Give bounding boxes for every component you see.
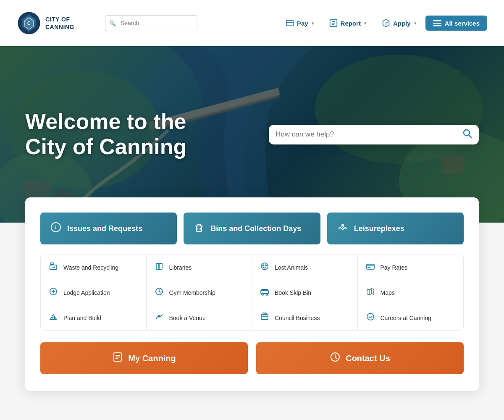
footer-strip	[0, 408, 504, 420]
maps-icon	[365, 287, 375, 298]
book-skip-bin-label: Book Skip Bin	[275, 289, 311, 296]
lost-animals-icon	[260, 262, 270, 273]
svg-text:C: C	[27, 21, 31, 26]
svg-line-18	[469, 135, 472, 138]
svg-point-35	[263, 265, 264, 266]
report-chevron-icon: ▾	[364, 21, 366, 26]
feature-tile-issues-requests[interactable]: i Issues and Requests	[40, 213, 177, 244]
report-icon	[329, 18, 338, 28]
svg-rect-2	[286, 21, 294, 26]
svg-text:i: i	[55, 224, 57, 231]
header: C CITY OF CANNING 🔍 Pay ▾ Report ▾	[0, 0, 504, 46]
service-item-council-business[interactable]: Council Business	[252, 305, 358, 330]
svg-point-43	[262, 294, 263, 295]
my-canning-icon	[112, 352, 123, 365]
svg-rect-32	[159, 263, 162, 269]
service-item-maps[interactable]: Maps	[358, 280, 464, 305]
waste-recycling-icon	[48, 262, 58, 273]
service-item-libraries[interactable]: Libraries	[147, 255, 252, 280]
council-business-label: Council Business	[275, 315, 320, 321]
maps-label: Maps	[381, 289, 395, 296]
plan-and-build-label: Plan and Build	[63, 315, 101, 321]
svg-rect-49	[261, 315, 268, 320]
svg-rect-39	[368, 267, 370, 268]
hero-title: Welcome to the City of Canning	[25, 109, 186, 160]
gym-membership-label: Gym Membership	[169, 289, 215, 296]
logo-text: CITY OF CANNING	[45, 16, 74, 31]
service-item-careers-at-canning[interactable]: Careers at Canning	[358, 305, 464, 330]
libraries-icon	[154, 262, 164, 273]
svg-rect-6	[433, 23, 441, 24]
header-search-container: 🔍	[105, 15, 197, 31]
contact-us-button[interactable]: Contact Us	[256, 342, 464, 374]
hero-search-button[interactable]	[463, 129, 472, 140]
hero-search-input[interactable]	[276, 130, 463, 139]
apply-icon	[381, 18, 391, 28]
service-item-book-skip-bin[interactable]: Book Skip Bin	[252, 280, 358, 305]
issues-requests-label: Issues and Requests	[67, 224, 142, 233]
all-services-button[interactable]: All services	[425, 16, 487, 31]
svg-rect-42	[261, 291, 268, 294]
leisureplexes-icon	[337, 222, 348, 235]
hamburger-icon	[433, 19, 441, 27]
all-services-label: All services	[445, 20, 480, 27]
gym-membership-icon	[154, 287, 164, 298]
svg-rect-26	[50, 263, 54, 265]
careers-at-canning-icon	[365, 312, 375, 323]
issues-requests-icon: i	[50, 222, 61, 235]
svg-point-17	[464, 130, 470, 136]
logo-icon: C	[17, 11, 41, 35]
header-search-icon: 🔍	[109, 20, 116, 26]
service-item-book-a-venue[interactable]: Book a Venue	[147, 305, 252, 330]
bins-collection-icon	[194, 222, 205, 235]
waste-recycling-label: Waste and Recycling	[63, 264, 118, 271]
libraries-label: Libraries	[169, 264, 192, 271]
svg-rect-7	[433, 25, 441, 26]
pay-rates-label: Pay Rates	[381, 264, 408, 271]
svg-rect-31	[156, 263, 159, 269]
feature-tile-leisureplexes[interactable]: Leisureplexes	[327, 213, 464, 244]
main-card: i Issues and Requests Bins and Collectio…	[25, 197, 479, 391]
header-nav: Pay ▾ Report ▾ Apply ▾ All services	[279, 15, 487, 31]
contact-us-icon	[330, 352, 341, 365]
apply-chevron-icon: ▾	[414, 21, 416, 26]
hero-search-icon	[463, 129, 472, 138]
service-item-pay-rates[interactable]: Pay Rates	[358, 255, 464, 280]
service-item-plan-and-build[interactable]: Plan and Build	[41, 305, 147, 330]
my-canning-label: My Canning	[128, 354, 176, 363]
svg-point-36	[265, 265, 267, 266]
svg-point-25	[341, 224, 344, 226]
council-business-icon	[260, 312, 270, 323]
svg-point-48	[158, 315, 160, 317]
hero-section: Welcome to the City of Canning	[0, 46, 504, 223]
book-a-venue-icon	[154, 312, 164, 323]
book-skip-bin-icon	[260, 287, 270, 298]
pay-chevron-icon: ▾	[312, 21, 314, 26]
service-grid: Waste and Recycling Libraries	[40, 255, 464, 331]
pay-button[interactable]: Pay ▾	[279, 15, 320, 31]
service-item-lodge-application[interactable]: Lodge Application	[41, 280, 147, 305]
feature-tiles: i Issues and Requests Bins and Collectio…	[40, 213, 464, 244]
my-canning-button[interactable]: My Canning	[40, 342, 248, 374]
apply-label: Apply	[393, 20, 411, 27]
service-item-gym-membership[interactable]: Gym Membership	[147, 280, 252, 305]
svg-rect-37	[367, 264, 374, 269]
service-item-lost-animals[interactable]: Lost Animals	[252, 255, 358, 280]
lost-animals-label: Lost Animals	[275, 264, 308, 271]
lodge-application-icon	[48, 287, 58, 298]
svg-rect-50	[263, 313, 264, 315]
svg-point-34	[261, 263, 268, 270]
svg-rect-5	[433, 20, 441, 21]
lodge-application-label: Lodge Application	[63, 289, 110, 296]
apply-button[interactable]: Apply ▾	[375, 15, 422, 31]
pay-rates-icon	[365, 262, 375, 273]
service-item-waste-recycling[interactable]: Waste and Recycling	[41, 255, 147, 280]
report-button[interactable]: Report ▾	[323, 15, 372, 31]
report-label: Report	[341, 20, 361, 27]
hero-content: Welcome to the City of Canning	[0, 46, 504, 223]
svg-point-44	[266, 294, 268, 295]
logo[interactable]: C CITY OF CANNING	[17, 11, 92, 35]
header-search-input[interactable]	[105, 15, 197, 31]
feature-tile-bins-collection[interactable]: Bins and Collection Days	[184, 213, 320, 244]
plan-and-build-icon	[48, 312, 58, 323]
